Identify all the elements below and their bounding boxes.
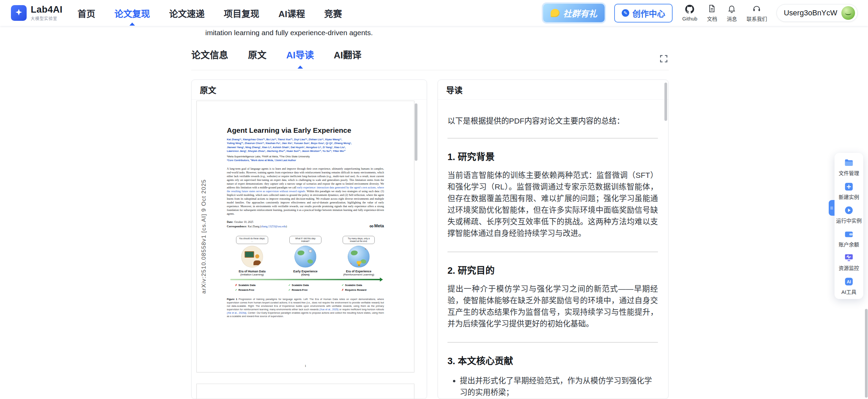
sparkle-icon: ✦ <box>364 248 367 251</box>
logo[interactable]: Lab4AI 大模型实验室 <box>11 5 63 21</box>
section-divider <box>447 252 658 252</box>
globe-land-icon <box>351 251 358 255</box>
correspondence-name: Kai Zhang ( <box>248 225 261 228</box>
github-icon <box>685 5 694 15</box>
ai-guide-content[interactable]: 以下是根据提供的PDF内容对论文主要内容的总结： 1. 研究背景 当前语言智能体… <box>438 100 668 399</box>
abstract-text: Within this paradigm we study two strate… <box>227 190 384 215</box>
tab-ai-guide-label: AI导读 <box>286 50 314 60</box>
sidebar-item-account-balance[interactable]: 账户余额 <box>839 229 859 248</box>
check-label: Scalable Data <box>238 284 256 287</box>
check-label: Scalable Data <box>345 284 362 287</box>
fullscreen-icon[interactable] <box>659 54 669 63</box>
globe-land-icon <box>298 251 304 255</box>
page-scrollbar-thumb[interactable] <box>865 309 868 398</box>
sidebar-item-new-instance[interactable]: 新建实例 <box>839 182 859 200</box>
pdf-scrollbar-thumb[interactable] <box>415 103 417 161</box>
tab-ai-translation[interactable]: AI翻译 <box>334 48 361 67</box>
messages-link[interactable]: 消息 <box>727 4 737 22</box>
community-gift-button[interactable]: 社群有礼 <box>543 4 605 22</box>
globe-land-icon <box>307 259 313 263</box>
author-line: Yuting Ning²*, Zhaorun Chen¹*, Xiaohan F… <box>227 141 384 145</box>
sidebar-item-resource-monitor[interactable]: 资源监控 <box>839 253 859 271</box>
guide-section-1-heading: 1. 研究背景 <box>447 149 658 163</box>
ai-tools-icon: AI <box>844 276 854 288</box>
lab4ai-logo-icon <box>11 5 27 21</box>
figure-caption-text: . Center: Our Early Experience paradigm … <box>227 311 384 318</box>
check-label: Scalable Data <box>292 284 309 287</box>
check-item: ✓Reward-Free <box>288 288 331 293</box>
paper-authors: Kai Zhang¹*, Xiangchao Chen²*, Bo Liu¹*,… <box>227 138 384 153</box>
docs-link[interactable]: 文档 <box>707 4 717 22</box>
monitor-icon <box>844 253 854 264</box>
original-text-panel-title: 原文 <box>200 84 216 96</box>
sidebar-item-file-management[interactable]: 文件管理 <box>839 158 859 176</box>
check-item: ✓Scalable Data <box>288 283 331 288</box>
era-sublabel: (Ours) <box>280 273 331 276</box>
section-divider <box>447 342 658 343</box>
scrolled-paper-text: imitation learning and fully experience-… <box>205 29 373 37</box>
tab-paper-info[interactable]: 论文信息 <box>191 48 228 67</box>
detail-tabs: 论文信息 原文 AI导读 AI翻译 <box>191 48 361 67</box>
check-item: ✓Scalable Data <box>342 283 384 288</box>
check-label: Reward-Free <box>292 288 308 291</box>
globe-trophy-illustration: ✦ ✦ <box>348 246 370 268</box>
paper-correspondence-line: Correspondence:Kai Zhang (zhang.13253@os… <box>227 224 287 229</box>
check-label: Requires Reward <box>345 288 367 291</box>
speech-bubble: Try many steps, only a reward at the end… <box>343 236 375 244</box>
guide-scrollbar[interactable] <box>664 81 667 398</box>
nav-item-paper-reproduction[interactable]: 论文复现 <box>114 2 150 24</box>
pdf-viewer[interactable]: arXiv:2510.08558v1 [cs.AI] 9 Oct 2025 Ag… <box>192 101 427 399</box>
page-scrollbar[interactable] <box>865 0 868 399</box>
correspondence-email[interactable]: zhang.13253@osu.edu <box>261 225 286 228</box>
navbar-right-cluster: 社群有礼 ✎ 创作中心 Github 文档 <box>543 4 858 23</box>
creator-center-button[interactable]: ✎ 创作中心 <box>614 4 673 23</box>
check-mark-icon: ✓ <box>235 288 238 293</box>
figure-col-early-experience: What if I did this step instead? Early E… <box>280 236 331 276</box>
document-icon <box>707 4 716 14</box>
globe-land-icon <box>361 259 366 263</box>
guide-section-1-body: 当前语言智能体的训练主要依赖两种范式：监督微调（SFT）和强化学习（RL）。监督… <box>447 170 658 239</box>
chalkboard-teacher-illustration <box>241 246 263 268</box>
main-nav: 首页 论文复现 论文速递 项目复现 AI课程 竞赛 <box>78 2 342 24</box>
nav-item-ai-courses[interactable]: AI课程 <box>278 2 305 24</box>
era-label: Early Experience <box>280 270 331 273</box>
contact-us-link[interactable]: 联系我们 <box>746 4 767 22</box>
nav-item-paper-express[interactable]: 论文速递 <box>169 2 205 24</box>
nav-item-project-reproduction[interactable]: 项目复现 <box>224 2 259 24</box>
pdf-scrollbar[interactable] <box>415 101 417 399</box>
tab-original-text[interactable]: 原文 <box>248 48 266 67</box>
sidebar-item-label: 运行中实例 <box>836 218 862 224</box>
headset-icon <box>752 4 761 14</box>
wallet-icon <box>844 229 854 240</box>
teacher-body-icon <box>253 260 261 265</box>
paper-contributors-note: *Core Contributors, °Work done at Meta, … <box>227 159 384 162</box>
check-mark-icon: ✗ <box>342 288 345 293</box>
check-item: ✓Reward-Free <box>235 288 277 293</box>
check-mark-icon: ✓ <box>288 288 292 293</box>
sidebar-item-ai-tools[interactable]: AI AI工具 <box>841 276 856 295</box>
date-value: October 10, 2025 <box>234 220 253 224</box>
timeline-arrow-icon <box>230 279 381 280</box>
logo-subtitle: 大模型实验室 <box>31 15 63 21</box>
user-menu[interactable]: Userg3oBnYcW <box>776 4 858 22</box>
nav-item-competition[interactable]: 竞赛 <box>324 2 342 24</box>
era-sublabel: (Reinforcement Learning) <box>333 273 384 276</box>
globe-agent-illustration <box>294 246 316 268</box>
pdf-page-1: arXiv:2510.08558v1 [cs.AI] 9 Oct 2025 Ag… <box>196 101 414 372</box>
guide-section-3-heading: 3. 本文核心贡献 <box>447 354 658 367</box>
checks-early-experience: ✓Scalable Data ✓Reward-Free <box>280 283 331 293</box>
trophy-icon <box>357 261 361 265</box>
guide-scrollbar-thumb[interactable] <box>664 83 667 121</box>
original-text-panel: 原文 arXiv:2510.08558v1 [cs.AI] 9 Oct 2025… <box>191 80 427 399</box>
sidebar-item-running-instances[interactable]: 运行中实例 <box>836 205 862 224</box>
tab-ai-guide[interactable]: AI导读 <box>286 48 314 67</box>
citation-link[interactable]: (Xue et al., 2025) <box>319 308 339 311</box>
github-link[interactable]: Github <box>682 5 697 22</box>
nav-item-home[interactable]: 首页 <box>78 2 95 24</box>
guide-section-2-heading: 2. 研究目的 <box>447 263 658 276</box>
logo-text: Lab4AI 大模型实验室 <box>31 5 63 21</box>
sidebar-collapse-handle[interactable]: ☰ <box>829 200 835 216</box>
citation-link[interactable]: (Xie et al., 2024a) <box>227 311 246 314</box>
check-label: Reward-Free <box>238 288 254 291</box>
era-label: Era of Human Data <box>227 270 277 273</box>
